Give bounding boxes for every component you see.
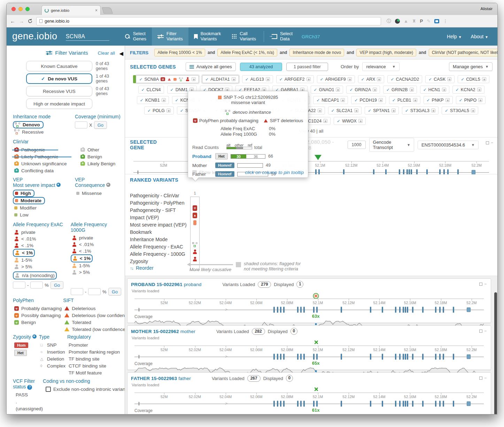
gene-button-sptan1[interactable]: ✓SPTAN1 [365,106,399,114]
palette-icon[interactable] [32,334,37,339]
gene-name-input[interactable] [66,32,109,41]
phenotype-card-icon[interactable] [354,109,358,112]
af-exac-option-1[interactable]: < .1% [13,242,35,249]
inheritance-option-denovo[interactable]: Denovo [13,121,44,128]
gene-button-kcna2[interactable]: ✓KCNA2 [452,86,484,94]
ranked-cell-rare-person-icon[interactable] [192,248,198,255]
gene-button-grin2a[interactable]: ✓GRIN2A [346,86,380,94]
preset-button-recessive-vus[interactable]: Recessive VUS [26,86,92,96]
type-option-insertion[interactable]: ○Insertion [39,348,67,355]
phenotype-card-icon[interactable] [431,109,435,112]
phenotype-card-icon[interactable] [471,109,475,112]
gene-button-grin2b[interactable]: ✓GRIN2B [383,86,417,94]
af-exac-option-private[interactable]: private [13,229,37,236]
filter-chip[interactable]: Allele Freq ExAC (< 1%, n/a) [217,49,277,56]
close-tab-icon[interactable]: × [95,8,98,13]
af-exac-option-5[interactable]: > 5% [13,263,33,270]
regulatory-option[interactable]: Promoter flanking region [67,348,121,355]
extension-icon[interactable] [395,19,400,24]
phenotype-card-icon[interactable] [482,77,486,81]
gene-button-cdkl5[interactable]: ✓CDKL5 [458,75,489,83]
maximize-window-button[interactable] [25,7,30,11]
show-legend-button[interactable]: Show legend [192,170,226,175]
vcf-filter-option[interactable]: PASS [16,392,43,398]
clinvar-option-likely-pathogenic[interactable]: Likely Pathogenic [13,153,60,160]
panel-controls[interactable]: − [479,375,487,380]
phenotype-card-icon[interactable] [410,88,414,92]
preset-button-known-causative[interactable]: Known Causative [26,61,92,71]
transcript-id-select[interactable]: ENST00000354534.6▼ [418,141,479,149]
phenotype-card-icon[interactable] [307,77,311,81]
panel-controls[interactable]: − [479,329,487,333]
gene-button-clcn4[interactable]: ✓CLCN4 [138,86,164,94]
screenshot-extension-icon[interactable] [434,19,439,23]
af-exac-option-01[interactable]: < .01% [13,236,37,242]
gene-button-wwox[interactable]: ✓WWOX [334,117,366,125]
vep-impact-option-high[interactable]: High [13,190,34,197]
af-1000g-option-5[interactable]: > 5% [71,269,91,276]
help-menu[interactable]: Help ▼ [447,34,462,39]
clear-all-link[interactable]: Clear all [98,50,115,56]
phenotype-card-icon[interactable] [348,77,352,81]
coverage-min-input[interactable] [75,121,87,128]
gene-button-gnao1[interactable]: ✓GNAO1 [311,86,343,94]
analyze-all-genes-button[interactable]: Analyze all genes [186,62,236,71]
af-exac-na-option[interactable]: n/a (noncoding) [13,271,57,279]
clinvar-option-unknown-significance[interactable]: Unknown significance [13,160,68,167]
ranked-cell-sift-deleterious-icon[interactable]: ▲ [192,212,198,219]
sift-option-tolerated[interactable]: Tolerated [63,319,93,326]
preset-button-de-novo-vus[interactable]: ✓De novo VUS [26,73,92,84]
transcript-source-select[interactable]: Gencode Transcript▼ [369,138,414,152]
phenotype-card-icon[interactable] [162,98,166,102]
vep-consequence-option-missense[interactable]: Missense [75,190,103,197]
zygosity-option-hom[interactable]: Hom [13,341,30,349]
coverage-go-button[interactable]: Go [94,121,107,129]
phenotype-card-icon[interactable] [166,109,171,112]
vertical-scrollbar[interactable] [494,292,497,414]
filter-chip[interactable]: ClinVar (NOT pathogenic, NOT likely path… [429,49,497,56]
clinvar-option-benign[interactable]: Benign [79,153,103,160]
gene-button-hcn1[interactable]: ✓HCN1 [420,86,449,94]
phenotype-card-icon[interactable] [192,77,196,81]
af-1000g-option-1[interactable]: < 1% [71,254,93,262]
sift-option-deleterious[interactable]: Deleterious [63,305,97,312]
phenotype-card-icon[interactable] [318,109,322,112]
phenotype-card-icon[interactable] [379,98,383,102]
gene-button-pcdh19[interactable]: ✓PCDH19 [351,96,386,104]
filter-chip[interactable]: VEP impact (high, moderate) [356,49,416,56]
manage-genes-button[interactable]: Manage genes▼ [449,62,493,71]
gene-button-polg[interactable]: ✓POLG [144,106,174,114]
reorder-button[interactable]: ↑↓ Reorder [130,265,154,271]
gene-button-kcnb1[interactable]: ✓KCNB1 [137,96,169,104]
phenotype-card-icon[interactable] [336,88,340,92]
clinvar-option-likely-benign[interactable]: Likely Benign [79,160,117,167]
gene-button-cacna2d2[interactable]: ✓CACNA2D2 [387,75,422,83]
app-logo[interactable]: gene.iobio [7,27,64,46]
variant-column[interactable]: ☣▲ [190,197,200,270]
ranked-cell-empty[interactable] [192,234,198,240]
cloud-extension-icon[interactable]: ▲ [404,18,408,24]
regulatory-option[interactable]: TF binding site [67,355,101,362]
filter-chip[interactable]: Inheritance mode de novo [289,49,344,56]
type-option-complex[interactable]: ◊Complex [39,362,67,369]
checkbox-icon[interactable] [46,387,51,392]
shield-extension-icon[interactable]: ♜ [412,18,416,24]
af-1000g-option-private[interactable]: private [71,235,95,241]
passed-filter-badge[interactable]: 1 passed filter [286,63,328,71]
phenotype-card-icon[interactable] [477,88,481,92]
gene-button-arx[interactable]: ✓ARX [358,75,385,83]
ranked-cell-impact-moderate-icon[interactable] [192,219,198,226]
sift-option-deleterious-low-confidence-[interactable]: Deleterious (low confidence) [63,312,125,319]
region-padding-input[interactable] [348,141,366,149]
type-option-snp[interactable]: □SNP [39,341,58,348]
analyzed-count-badge[interactable]: 43 analyzed [240,63,282,71]
ranked-cell-denovo-pedigree-icon[interactable] [192,241,198,248]
phenotype-card-icon[interactable] [232,77,236,81]
gene-button-slc2a1[interactable]: ✓SLC2A1 [328,106,362,114]
af-1000g-option-01[interactable]: < .01% [71,241,95,248]
af-exac-go-button[interactable]: Go [51,281,63,289]
phenotype-card-icon[interactable] [266,77,270,81]
help-circle-icon[interactable]: ? [27,385,32,390]
phenotype-card-icon[interactable] [373,88,377,92]
phenotype-card-icon[interactable] [442,88,446,92]
